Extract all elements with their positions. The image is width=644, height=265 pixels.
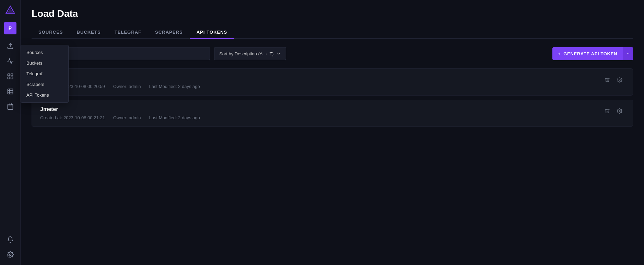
upload-icon[interactable] [4,40,16,52]
token-modified-1: Last Modified: 2 days ago [149,84,200,89]
token-meta-2: Created at: 2023-10-08 00:21:21 Owner: a… [40,115,602,120]
tabs-nav: SOURCES BUCKETS TELEGRAF SCRAPERS API TO… [32,26,633,39]
plus-icon: + [558,51,561,56]
content-area: Sort by Description (A → Z) + GENERATE A… [21,39,644,265]
user-avatar[interactable]: P [4,22,16,34]
chevron-down-icon [626,52,630,56]
dropdown-item-telegraf[interactable]: Telegraf [21,68,68,79]
toolbar: Sort by Description (A → Z) + GENERATE A… [32,47,633,60]
tab-buckets[interactable]: BUCKETS [70,26,108,39]
main-content: Load Data SOURCES BUCKETS TELEGRAF SCRAP… [21,0,644,265]
svg-rect-3 [11,74,13,76]
sort-label: Sort by Description (A → Z) [219,51,273,56]
gear-icon [617,108,622,114]
svg-rect-4 [8,77,10,79]
svg-rect-2 [8,74,10,76]
token-modified-2: Last Modified: 2 days ago [149,115,200,120]
generate-api-token-button[interactable]: + GENERATE API TOKEN [552,47,623,60]
token-actions-1 [602,75,624,85]
token-card-2: Jmeter Created at: 2023-10-08 00:21:21 O… [32,100,633,127]
calendar-icon[interactable] [4,100,16,113]
token-info-2: Jmeter Created at: 2023-10-08 00:21:21 O… [40,106,602,120]
tab-api-tokens[interactable]: API TOKENS [190,26,234,39]
page-header: Load Data SOURCES BUCKETS TELEGRAF SCRAP… [21,0,644,39]
dropdown-item-api-tokens[interactable]: API Tokens [21,90,68,100]
gear-icon [617,77,622,82]
token-settings-button-2[interactable] [615,106,624,116]
token-name-2: Jmeter [40,106,602,112]
page-title: Load Data [32,8,633,19]
table-icon[interactable] [4,85,16,98]
token-owner-1: Owner: admin [113,84,141,89]
sort-dropdown[interactable]: Sort by Description (A → Z) [214,47,286,60]
generate-btn-label: GENERATE API TOKEN [563,51,617,56]
app-logo [4,4,16,16]
chart-icon[interactable] [4,55,16,67]
dropdown-item-scrapers[interactable]: Scrapers [21,79,68,90]
tab-telegraf[interactable]: TELEGRAF [108,26,148,39]
dashboard-icon[interactable] [4,70,16,82]
settings-icon[interactable] [4,249,16,261]
token-settings-button-1[interactable] [615,75,624,85]
generate-token-button-group: + GENERATE API TOKEN [552,47,633,60]
chevron-down-icon [276,51,281,56]
dropdown-item-sources[interactable]: Sources [21,47,68,58]
token-owner-2: Owner: admin [113,115,141,120]
token-actions-2 [602,106,624,116]
svg-rect-10 [8,104,13,109]
svg-point-15 [619,79,620,80]
trash-icon [605,108,610,114]
token-info-1: 's Token Created at: 2023-10-08 00:20:59… [40,75,602,89]
token-delete-button-1[interactable] [602,75,612,85]
svg-point-14 [9,254,11,256]
svg-rect-6 [8,89,13,94]
bell-icon[interactable] [4,233,16,246]
token-created-2: Created at: 2023-10-08 00:21:21 [40,115,105,120]
trash-icon [605,77,610,82]
generate-api-token-arrow-button[interactable] [623,47,633,60]
tab-sources[interactable]: SOURCES [32,26,70,39]
nav-dropdown-menu: Sources Buckets Telegraf Scrapers API To… [21,45,69,103]
svg-rect-5 [11,77,13,79]
token-name-1: 's Token [40,75,602,81]
svg-point-16 [619,110,620,112]
dropdown-item-buckets[interactable]: Buckets [21,58,68,68]
sidebar: P [0,0,21,265]
token-delete-button-2[interactable] [602,106,612,116]
tab-scrapers[interactable]: SCRAPERS [148,26,190,39]
token-card-1: 's Token Created at: 2023-10-08 00:20:59… [32,68,633,96]
token-meta-1: Created at: 2023-10-08 00:20:59 Owner: a… [40,84,602,89]
